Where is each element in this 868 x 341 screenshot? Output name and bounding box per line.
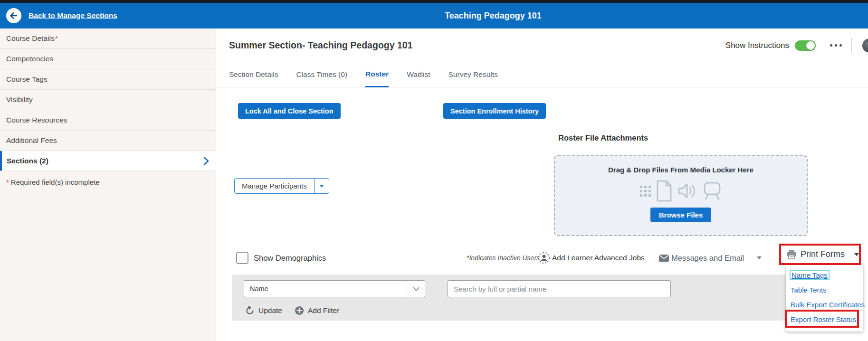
sidebar-item-label: Course Resources (6, 116, 67, 124)
sidebar-item-course-resources[interactable]: Course Resources (0, 110, 216, 131)
sidebar-item-additional-fees[interactable]: Additional Fees (0, 131, 216, 151)
section-title: Summer Section- Teaching Pedagogy 101 (229, 28, 413, 62)
menu-item-label: Export Roster Status (791, 315, 856, 323)
manage-participants-dropdown[interactable] (314, 179, 329, 193)
back-to-manage-sections-link[interactable]: Back to Manage Sections (29, 0, 117, 28)
section-enrollment-history-button[interactable]: Section Enrollment History (443, 103, 546, 119)
required-asterisk: * (6, 178, 9, 186)
show-instructions-toggle[interactable] (795, 40, 816, 51)
menu-item-table-tents[interactable]: Table Tents (786, 283, 863, 297)
back-button[interactable] (6, 8, 21, 23)
dropzone-text: Drag & Drop Files From Media Locker Here (608, 166, 754, 174)
sidebar-item-label: Additional Fees (6, 136, 57, 145)
sidebar-item-label: Visibility (6, 95, 33, 104)
page: { "header": { "back_label": "Back to Man… (0, 0, 868, 341)
caret-down-icon (319, 185, 324, 188)
chevron-right-icon (203, 156, 209, 165)
roster-file-attachments-title: Roster File Attachments (558, 133, 648, 142)
sidebar-item-sections[interactable]: Sections (2) (0, 151, 216, 171)
caret-down-icon (854, 253, 859, 256)
section-title-bar: Summer Section- Teaching Pedagogy 101 Sh… (217, 28, 868, 62)
inactive-users-note: *Indicates Inactive Users (467, 252, 540, 264)
print-forms-button[interactable]: Print Forms (786, 249, 859, 259)
title-actions: Show Instructions (725, 28, 868, 62)
add-filter-label: Add Filter (308, 306, 339, 315)
sidebar-item-label: Sections (2) (7, 157, 48, 165)
sidebar-item-label: Course Tags (6, 75, 48, 84)
browse-files-button[interactable]: Browse Files (650, 208, 712, 222)
menu-item-label: Name Tags (791, 271, 829, 279)
tab-class-times[interactable]: Class Times (0) (296, 62, 347, 87)
overflow-menu-button[interactable] (829, 41, 843, 49)
update-button[interactable]: Update (245, 306, 282, 315)
update-label: Update (258, 306, 282, 315)
messages-and-email-button[interactable]: Messages and Email (671, 252, 744, 264)
print-forms-annotation-box: Print Forms (779, 244, 861, 265)
menu-item-name-tags[interactable]: Name Tags (786, 268, 863, 283)
vertical-divider (851, 38, 852, 53)
course-title: Teaching Pedagogy 101 (445, 3, 542, 28)
toggle-knob (806, 41, 815, 50)
print-forms-label: Print Forms (801, 249, 845, 259)
sidebar-item-course-details[interactable]: Course Details* (0, 28, 216, 49)
add-learner-advanced-jobs-link[interactable]: Add Learner Advanced Jobs (552, 252, 645, 264)
add-filter-button[interactable]: Add Filter (295, 306, 339, 315)
file-dropzone[interactable]: Drag & Drop Files From Media Locker Here… (554, 155, 808, 236)
required-footnote-text: Required field(s) incomplete (11, 178, 100, 186)
manage-participants-label: Manage Participants (235, 179, 314, 193)
required-footnote: *Required field(s) incomplete (0, 171, 216, 193)
audio-speaker-icon (677, 182, 697, 199)
filter-field-value: Name (244, 281, 407, 297)
document-icon (656, 180, 673, 202)
dropzone-icons (640, 180, 722, 202)
browser-edge-stripe (0, 0, 868, 3)
refresh-icon (245, 306, 255, 315)
chevron-down-icon (407, 281, 425, 297)
filter-field-select[interactable]: Name (244, 280, 425, 297)
show-demographics-label: Show Demographics (254, 252, 326, 264)
show-demographics-checkbox[interactable] (236, 252, 248, 264)
top-header: Back to Manage Sections Teaching Pedagog… (0, 0, 868, 28)
show-instructions-label: Show Instructions (725, 41, 789, 50)
presentation-board-icon (702, 181, 722, 200)
menu-item-label: Bulk Export Certificates (791, 301, 865, 309)
tab-waitlist[interactable]: Waitlist (407, 62, 430, 87)
sidebar: Course Details* Competencies Course Tags… (0, 28, 216, 341)
main-content: Summer Section- Teaching Pedagogy 101 Sh… (217, 28, 868, 341)
roster-filter-bar: Name Update Add Filter (232, 275, 835, 321)
menu-item-label: Table Tents (791, 286, 827, 294)
tab-survey-results[interactable]: Survey Results (448, 62, 498, 87)
section-tabs: Section Details Class Times (0) Roster W… (217, 62, 868, 87)
back-arrow-icon (9, 11, 19, 20)
filter-actions: Update Add Filter (245, 306, 339, 315)
help-circle-icon[interactable] (862, 38, 868, 53)
caret-down-icon[interactable] (757, 256, 762, 259)
sidebar-item-visibility[interactable]: Visibility (0, 90, 216, 110)
tab-roster[interactable]: Roster (365, 62, 389, 87)
manage-participants-button[interactable]: Manage Participants (234, 178, 329, 194)
envelope-icon[interactable] (659, 255, 669, 264)
plus-circle-icon (295, 306, 304, 315)
menu-item-bulk-export-certificates[interactable]: Bulk Export Certificates (786, 297, 863, 312)
tab-section-details[interactable]: Section Details (229, 62, 278, 87)
add-learner-person-icon[interactable] (538, 252, 550, 266)
lock-all-close-section-button[interactable]: Lock All and Close Section (238, 103, 341, 119)
print-forms-menu: Name Tags Table Tents Bulk Export Certif… (786, 265, 863, 332)
drag-dots-icon (640, 186, 651, 197)
menu-item-export-roster-status[interactable]: Export Roster Status (786, 312, 863, 327)
sidebar-item-competencies[interactable]: Competencies (0, 49, 216, 69)
search-input[interactable] (448, 280, 671, 297)
required-asterisk: * (55, 34, 58, 43)
printer-icon (786, 250, 797, 259)
sidebar-item-course-tags[interactable]: Course Tags (0, 69, 216, 90)
sidebar-item-label: Competencies (6, 55, 53, 63)
sidebar-item-label: Course Details (6, 34, 55, 43)
